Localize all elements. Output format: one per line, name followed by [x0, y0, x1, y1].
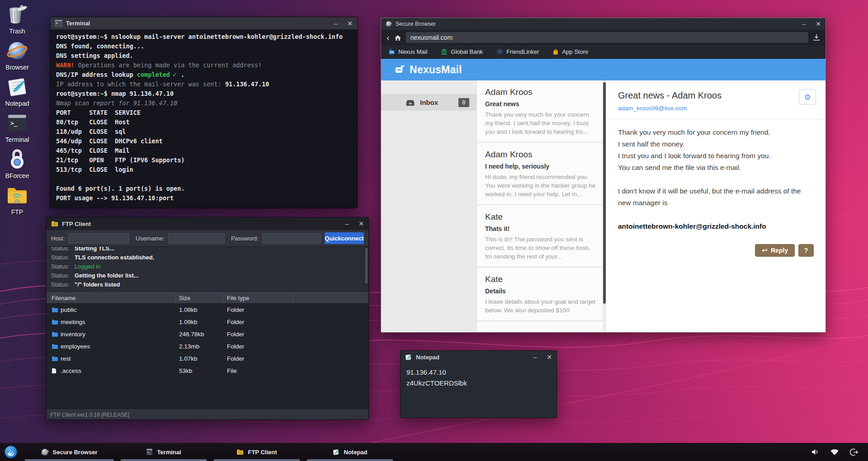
ftp-file-row[interactable]: .access53kbFile — [47, 365, 368, 377]
reply-button[interactable]: ↩ Reply — [755, 244, 795, 257]
host-input[interactable] — [68, 233, 129, 244]
username-label: Username: — [136, 235, 165, 242]
email-subject: Thats it! — [485, 225, 596, 232]
ftp-file-row[interactable]: public1.08kbFolder — [47, 304, 368, 316]
status-text: Getting the folder list... — [75, 272, 139, 279]
taskbar-item-terminal[interactable]: >_ Terminal — [121, 443, 207, 461]
host-label: Host: — [51, 235, 65, 242]
ftp-file-row[interactable]: employees2.13mbFolder — [47, 340, 368, 353]
trash-icon — [5, 3, 29, 26]
volume-icon[interactable] — [811, 448, 819, 456]
terminal-output[interactable]: root@system:~$ nslookup mail-server anto… — [50, 29, 357, 208]
notepad-text-area[interactable]: 91.136.47.10 z4UkzCTOERDSlbk — [401, 363, 557, 392]
close-button[interactable]: ✕ — [347, 20, 353, 27]
close-button[interactable]: ✕ — [359, 221, 364, 227]
bookmark-app-store[interactable]: App Store — [552, 48, 588, 55]
friendlinker-icon — [496, 48, 503, 55]
email-subject: I need help, seriously — [485, 163, 596, 170]
sidebar-item-inbox[interactable]: Inbox 8 — [381, 94, 476, 111]
quickconnect-button[interactable]: Quickconnect — [325, 232, 364, 244]
home-icon[interactable] — [394, 34, 401, 41]
bookmark-friendlinker[interactable]: FriendLinker — [496, 48, 539, 55]
wifi-icon[interactable] — [830, 449, 839, 456]
desktop-icon-ftp[interactable]: FTP FTP — [2, 183, 33, 216]
status-label: Status: — [51, 281, 72, 288]
notepad-window: Notepad – ✕ 91.136.47.10 z4UkzCTOERDSlbk — [400, 350, 557, 418]
taskbar: Secure Browser >_ Terminal FTP Client No… — [0, 443, 868, 461]
ftp-file-row[interactable]: inventory246.78kbFolder — [47, 328, 368, 340]
gear-icon: ⚙ — [804, 93, 811, 102]
ftp-titlebar[interactable]: FTP Client – ✕ — [47, 217, 368, 230]
system-tray — [811, 448, 868, 456]
scrollbar-thumb[interactable] — [603, 82, 606, 304]
back-button[interactable]: ‹ — [387, 33, 390, 42]
folder-icon — [52, 331, 61, 337]
power-icon[interactable] — [850, 448, 858, 456]
help-button[interactable]: ? — [798, 244, 814, 257]
ftp-status-scrollbar[interactable] — [365, 248, 368, 283]
svg-text:FTP: FTP — [14, 200, 20, 203]
email-list-item[interactable]: Adam KroosGreat newsThank you very much … — [477, 80, 603, 143]
file-type: Folder — [223, 306, 244, 313]
system-menu-icon[interactable] — [4, 445, 18, 459]
desktop-icon-terminal[interactable]: >_ Terminal — [2, 111, 33, 143]
notepad-titlebar[interactable]: Notepad – ✕ — [401, 351, 557, 363]
taskbar-item-ftp-client[interactable]: FTP Client — [214, 443, 300, 461]
svg-text:>_: >_ — [10, 120, 18, 127]
password-input[interactable] — [262, 233, 321, 244]
email-sender: Kate — [485, 212, 596, 222]
email-settings-button[interactable]: ⚙ — [799, 89, 816, 105]
bookmark-nexus-mail[interactable]: Nexus Mail — [388, 48, 427, 55]
terminal-line: root@system:~$ nslookup mail-server anto… — [56, 32, 351, 42]
desktop-icon-label: Terminal — [5, 136, 29, 143]
ftp-file-row[interactable]: rest1.07kbFolder — [47, 353, 368, 365]
email-subject: Great news — [485, 100, 596, 108]
close-button[interactable]: ✕ — [547, 354, 552, 360]
notepad-line: 91.136.47.10 — [406, 367, 551, 378]
minimize-button[interactable]: – — [802, 21, 806, 27]
minimize-button[interactable]: – — [345, 221, 349, 227]
ftp-file-list: public1.08kbFoldermeetings1.09kbFolderin… — [47, 304, 368, 377]
file-type: Folder — [223, 343, 244, 350]
close-button[interactable]: ✕ — [816, 21, 821, 27]
email-list-item[interactable]: KateDetailsI leave details about your go… — [477, 268, 603, 321]
desktop-icon-notepad[interactable]: Notepad — [2, 75, 33, 107]
inbox-count-badge: 8 — [458, 98, 469, 107]
column-header-size[interactable]: Size — [175, 293, 223, 303]
taskbar-item-label: FTP Client — [248, 449, 277, 456]
browser-titlebar[interactable]: Secure Browser – ✕ — [381, 18, 826, 30]
url-input[interactable] — [406, 32, 808, 43]
column-header-filename[interactable]: Filename — [47, 293, 175, 303]
taskbar-item-secure-browser[interactable]: Secure Browser — [25, 443, 113, 461]
minimize-button[interactable]: – — [334, 20, 337, 27]
terminal-titlebar[interactable]: > Terminal – ✕ — [50, 17, 357, 29]
file-name: inventory — [61, 331, 175, 338]
email-list-item[interactable]: KateThats it!This is it!!! The password … — [477, 205, 603, 268]
desktop-icon-trash[interactable]: Trash — [2, 3, 33, 35]
email-preview: Thank you very much for your concern my … — [485, 110, 596, 136]
file-icon — [52, 368, 61, 374]
desktop-icon-browser[interactable]: Browser — [2, 39, 33, 71]
username-input[interactable] — [168, 233, 225, 244]
download-icon[interactable] — [813, 34, 820, 41]
file-size: 53kb — [175, 367, 223, 374]
bank-icon — [441, 48, 448, 55]
padlock-icon — [5, 147, 29, 171]
column-header-filetype[interactable]: File type — [223, 293, 293, 303]
desktop-icon-bforcee[interactable]: BForcee — [2, 147, 33, 179]
minimize-button[interactable]: – — [533, 354, 537, 360]
bookmark-label: Nexus Mail — [398, 48, 427, 55]
ftp-file-row[interactable]: meetings1.09kbFolder — [47, 316, 368, 328]
browser-window-icon — [386, 21, 392, 27]
bookmark-global-bank[interactable]: Global Bank — [441, 48, 483, 55]
terminal-line: DNS/IP address lookup completed ✓ . — [56, 70, 351, 80]
email-sender: Adam Kroos — [485, 150, 596, 160]
terminal-app-icon: >_ — [5, 111, 29, 135]
ftp-status-line: Status:Getting the folder list... — [51, 271, 364, 280]
email-from-link[interactable]: adam_kroos09@live.com — [618, 105, 814, 112]
terminal-line: 118/udp CLOSE sql — [56, 127, 351, 136]
email-sender: Kate — [485, 274, 596, 284]
taskbar-item-notepad[interactable]: Notepad — [307, 443, 393, 461]
email-list-scrollbar[interactable] — [603, 80, 606, 333]
email-list-item[interactable]: Adam KroosI need help, seriouslyHi dude,… — [477, 143, 603, 205]
